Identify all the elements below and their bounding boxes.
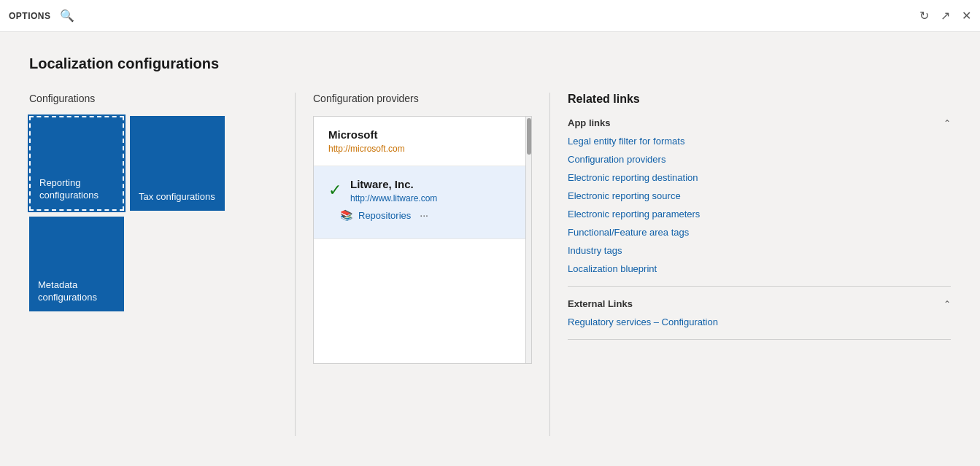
app-links-title: App links: [568, 117, 611, 128]
title-bar-left: OPTIONS 🔍: [9, 9, 74, 23]
providers-scrollbar[interactable]: [526, 116, 532, 364]
external-links-list: Regulatory services – Configuration: [568, 317, 951, 327]
main-content: Localization configurations Configuratio…: [0, 32, 980, 466]
app-links-header: App links ⌃: [568, 117, 951, 128]
provider-litware-header: ✓ Litware, Inc. http://www.litware.com: [328, 178, 511, 203]
close-icon[interactable]: ✕: [962, 9, 971, 23]
link-regulatory-services-configuration[interactable]: Regulatory services – Configuration: [568, 317, 951, 327]
popout-icon[interactable]: ↗: [941, 9, 950, 23]
tiles-grid: Reporting configurations Tax configurati…: [29, 116, 277, 311]
external-links-chevron[interactable]: ⌃: [944, 299, 951, 309]
tile-metadata[interactable]: Metadata configurations: [29, 217, 124, 311]
provider-microsoft-url: http://microsoft.com: [328, 144, 511, 154]
columns-layout: Configurations Reporting configurations …: [29, 93, 951, 436]
external-links-bottom-divider: [568, 339, 951, 340]
search-icon[interactable]: 🔍: [60, 9, 74, 23]
link-functional-feature-area-tags[interactable]: Functional/Feature area tags: [568, 227, 951, 238]
provider-litware-info: Litware, Inc. http://www.litware.com: [350, 178, 437, 203]
provider-microsoft-name: Microsoft: [328, 128, 511, 141]
link-industry-tags[interactable]: Industry tags: [568, 245, 951, 256]
checkmark-icon: ✓: [328, 181, 342, 200]
page-title: Localization configurations: [29, 55, 951, 72]
more-actions-icon[interactable]: ···: [420, 209, 428, 221]
configurations-section-title: Configurations: [29, 93, 277, 104]
repositories-link[interactable]: Repositories: [358, 210, 411, 221]
provider-litware-name: Litware, Inc.: [350, 178, 437, 190]
related-links-column: Related links App links ⌃ Legal entity f…: [568, 93, 951, 436]
tile-metadata-label: Metadata configurations: [38, 279, 115, 304]
link-electronic-reporting-parameters[interactable]: Electronic reporting parameters: [568, 209, 951, 220]
providers-section-title: Configuration providers: [313, 93, 532, 104]
providers-column: Configuration providers Microsoft http:/…: [313, 93, 532, 436]
refresh-icon[interactable]: ↻: [919, 9, 929, 23]
col-divider-2: [549, 93, 550, 436]
title-bar-right: ↻ ↗ ✕: [919, 9, 971, 23]
col-divider-1: [295, 93, 296, 436]
repositories-icon: 📚: [340, 209, 352, 221]
provider-litware-url: http://www.litware.com: [350, 193, 437, 203]
link-legal-entity-filter[interactable]: Legal entity filter for formats: [568, 136, 951, 147]
scrollbar-thumb: [527, 118, 531, 155]
tile-reporting-label: Reporting configurations: [39, 177, 114, 202]
related-links-title: Related links: [568, 93, 951, 106]
providers-list: Microsoft http://microsoft.com ✓ Litware…: [313, 116, 526, 364]
provider-microsoft[interactable]: Microsoft http://microsoft.com: [314, 117, 525, 166]
app-links-chevron[interactable]: ⌃: [944, 118, 951, 128]
link-localization-blueprint[interactable]: Localization blueprint: [568, 263, 951, 274]
options-label: OPTIONS: [9, 11, 51, 21]
title-bar: OPTIONS 🔍 ↻ ↗ ✕: [0, 0, 980, 32]
link-electronic-reporting-destination[interactable]: Electronic reporting destination: [568, 172, 951, 183]
tile-tax-label: Tax configurations: [139, 191, 215, 203]
external-links-header: External Links ⌃: [568, 298, 951, 309]
app-links-list: Legal entity filter for formats Configur…: [568, 136, 951, 274]
provider-litware-actions: 📚 Repositories ···: [328, 203, 511, 227]
link-configuration-providers[interactable]: Configuration providers: [568, 154, 951, 165]
section-divider: [568, 286, 951, 287]
tile-empty: [130, 217, 225, 311]
provider-litware[interactable]: ✓ Litware, Inc. http://www.litware.com 📚…: [314, 166, 525, 239]
link-electronic-reporting-source[interactable]: Electronic reporting source: [568, 190, 951, 201]
external-links-title: External Links: [568, 298, 633, 309]
tile-reporting[interactable]: Reporting configurations: [29, 116, 124, 211]
configurations-column: Configurations Reporting configurations …: [29, 93, 277, 436]
tile-tax[interactable]: Tax configurations: [130, 116, 225, 211]
providers-scroll-wrapper: Microsoft http://microsoft.com ✓ Litware…: [313, 116, 532, 364]
